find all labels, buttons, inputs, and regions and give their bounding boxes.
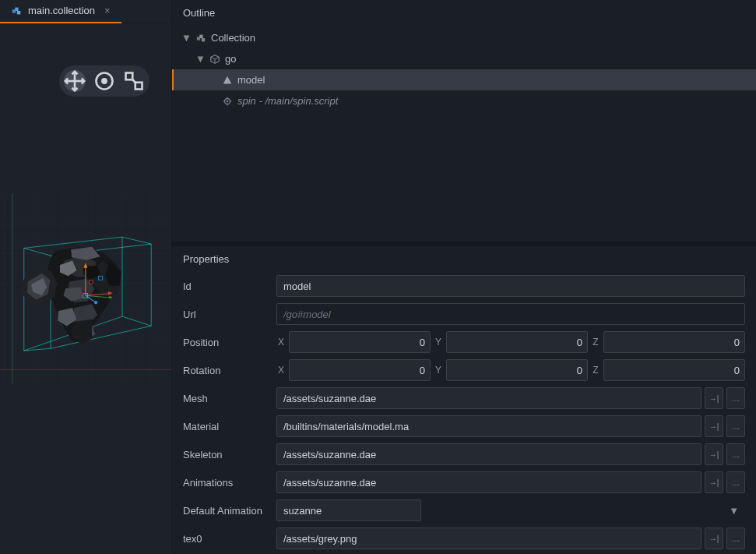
gear-icon — [222, 96, 233, 107]
browse-button[interactable]: … — [726, 415, 745, 437]
rotation-label: Rotation — [183, 365, 269, 376]
animations-label: Animations — [183, 477, 269, 489]
rotation-x-input[interactable] — [289, 359, 431, 381]
tab-label: main.collection — [28, 5, 95, 16]
svg-point-63 — [227, 100, 229, 102]
svg-rect-55 — [199, 34, 202, 37]
collection-icon — [195, 33, 206, 44]
y-label: Y — [434, 337, 443, 348]
viewport-3d[interactable] — [0, 23, 171, 554]
url-input — [276, 303, 745, 325]
svg-line-59 — [215, 57, 219, 59]
chevron-down-icon[interactable]: ▼ — [195, 53, 205, 65]
tab-bar: main.collection × — [0, 0, 171, 23]
svg-line-58 — [211, 57, 215, 59]
chevron-down-icon[interactable]: ▼ — [181, 32, 191, 44]
svg-rect-51 — [126, 73, 133, 80]
tex0-label: tex0 — [183, 533, 269, 545]
viewport-toolbar — [59, 65, 149, 97]
url-label: Url — [183, 309, 269, 320]
position-x-input[interactable] — [289, 331, 431, 353]
tab-main-collection[interactable]: main.collection × — [0, 0, 121, 23]
tree-row-collection[interactable]: ▼ Collection — [172, 27, 756, 48]
material-label: Material — [183, 421, 269, 432]
id-input[interactable] — [276, 275, 745, 297]
tree-label: spin - /main/spin.script — [237, 95, 338, 107]
x-label: X — [276, 365, 286, 376]
close-icon[interactable]: × — [104, 5, 111, 16]
goto-resource-button[interactable]: →| — [705, 387, 723, 409]
y-label: Y — [434, 365, 443, 376]
z-label: Z — [591, 337, 600, 348]
browse-button[interactable]: … — [726, 471, 745, 493]
tree-row-spin[interactable]: spin - /main/spin.script — [172, 90, 756, 111]
position-label: Position — [183, 337, 269, 348]
svg-marker-61 — [223, 76, 232, 83]
default-animation-select[interactable] — [276, 499, 421, 521]
id-label: Id — [183, 281, 269, 292]
properties-header: Properties — [172, 246, 756, 272]
tex0-input[interactable] — [276, 528, 701, 549]
browse-button[interactable]: … — [726, 443, 745, 465]
svg-line-19 — [24, 348, 51, 351]
svg-line-16 — [24, 248, 51, 256]
svg-line-53 — [132, 79, 135, 83]
tree-label: model — [237, 74, 265, 86]
position-y-input[interactable] — [446, 331, 588, 353]
default-animation-label: Default Animation — [183, 505, 269, 517]
svg-line-18 — [122, 316, 151, 326]
svg-point-43 — [94, 301, 97, 304]
animations-input[interactable] — [276, 471, 701, 493]
svg-rect-1 — [15, 7, 18, 10]
tree-label: Collection — [211, 32, 255, 44]
svg-rect-56 — [202, 38, 205, 41]
goto-resource-button[interactable]: →| — [705, 443, 723, 465]
x-label: X — [276, 337, 286, 348]
move-tool-button[interactable] — [64, 70, 86, 92]
chevron-down-icon: ▼ — [729, 505, 739, 517]
svg-line-17 — [122, 237, 151, 244]
position-z-input[interactable] — [603, 331, 745, 353]
svg-rect-2 — [17, 11, 20, 14]
scale-tool-button[interactable] — [123, 70, 145, 92]
tree-row-model[interactable]: model — [172, 69, 756, 90]
skeleton-input[interactable] — [276, 443, 701, 465]
goto-resource-button[interactable]: →| — [705, 528, 723, 549]
model-icon — [222, 75, 233, 86]
goto-resource-button[interactable]: →| — [705, 471, 723, 493]
browse-button[interactable]: … — [726, 387, 745, 409]
rotation-z-input[interactable] — [603, 359, 745, 381]
mesh-label: Mesh — [183, 393, 269, 404]
rotate-tool-button[interactable] — [93, 70, 115, 92]
rotation-y-input[interactable] — [446, 359, 588, 381]
browse-button[interactable]: … — [726, 528, 745, 549]
tree-row-go[interactable]: ▼ go — [172, 48, 756, 69]
mesh-input[interactable] — [276, 387, 701, 409]
svg-point-41 — [108, 296, 112, 298]
outline-header: Outline — [172, 0, 756, 26]
svg-rect-52 — [135, 83, 142, 90]
tree-label: go — [225, 53, 236, 65]
svg-point-50 — [102, 79, 106, 83]
skeleton-label: Skeleton — [183, 449, 269, 460]
collection-icon — [11, 5, 22, 16]
outline-tree: ▼ Collection ▼ go model — [172, 26, 756, 113]
goto-resource-button[interactable]: →| — [705, 415, 723, 437]
cube-icon — [209, 54, 220, 65]
material-input[interactable] — [276, 415, 701, 437]
z-label: Z — [591, 365, 600, 376]
